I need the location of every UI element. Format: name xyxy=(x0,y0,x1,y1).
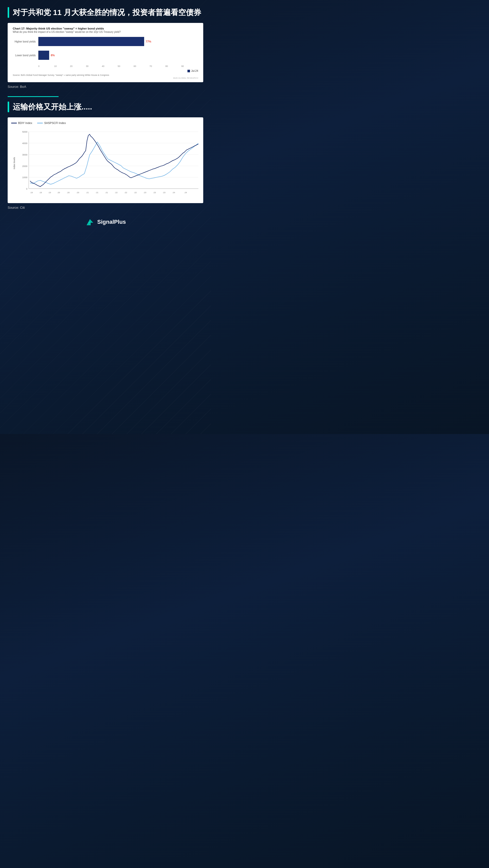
chart1-source: Source: BofA Global Fund Manager Survey.… xyxy=(13,74,198,76)
section1-title-block: 对于共和党 11 月大获全胜的情况，投资者普遍看空债券 xyxy=(8,7,203,18)
legend-bdiy-line xyxy=(11,123,17,123)
chart2-area: Index levels 5000 4000 3000 2000 1000 xyxy=(11,126,200,200)
svg-text:-24: -24 xyxy=(184,191,187,194)
shspscfi-line xyxy=(30,142,198,184)
bar-value-lower: 8% xyxy=(51,54,55,57)
svg-text:-23: -23 xyxy=(153,191,156,194)
axis-line xyxy=(38,37,38,46)
svg-text:-20: -20 xyxy=(77,191,79,194)
footer-brand-name: SignalPlus xyxy=(97,219,126,225)
x-tick-30: 30 xyxy=(86,65,102,67)
x-tick-50: 50 xyxy=(118,65,134,67)
svg-text:-22: -22 xyxy=(124,191,127,194)
legend-shsp-label: SHSPSCFI Index xyxy=(44,121,66,124)
svg-text:-19: -19 xyxy=(30,191,33,194)
x-tick-90: 90 xyxy=(181,65,197,67)
x-tick-60: 60 xyxy=(134,65,149,67)
chart2-legend: BDIY Index SHSPSCFI Index xyxy=(11,121,200,124)
bar-fill-lower xyxy=(38,51,49,60)
svg-text:5000: 5000 xyxy=(22,131,27,133)
bar-container-higher: 77% xyxy=(38,37,198,46)
chart1-title: Chart 17: Majority think US election "sw… xyxy=(13,27,198,30)
svg-text:-22: -22 xyxy=(115,191,117,194)
chart-card-1: Chart 17: Majority think US election "sw… xyxy=(8,23,203,82)
bar-row-lower: Lower bond yields 8% xyxy=(13,51,198,60)
chart2-svg-container: 5000 4000 3000 2000 1000 0 -19 -19 -19 -… xyxy=(18,126,200,200)
bar-label-lower: Lower bond yields xyxy=(13,54,38,57)
x-axis: 0 10 20 30 40 50 60 70 80 90 xyxy=(13,65,198,67)
svg-text:-20: -20 xyxy=(67,191,69,194)
svg-text:-21: -21 xyxy=(86,191,89,194)
bar-value-higher: 77% xyxy=(146,40,151,43)
signalplus-logo xyxy=(85,217,95,227)
legend-bdiy: BDIY Index xyxy=(11,121,32,124)
footer: SignalPlus xyxy=(8,217,203,227)
svg-text:-21: -21 xyxy=(95,191,98,194)
svg-text:-23: -23 xyxy=(143,191,146,194)
bar-container-lower: 8% xyxy=(38,51,198,60)
x-tick-70: 70 xyxy=(149,65,165,67)
section1-title: 对于共和党 11 月大获全胜的情况，投资者普遍看空债券 xyxy=(13,7,201,18)
axis-line-2 xyxy=(38,51,38,60)
svg-text:-23: -23 xyxy=(163,191,166,194)
title-accent-bar xyxy=(8,7,9,18)
y-axis-label-container: Index levels xyxy=(11,126,17,200)
svg-text:-20: -20 xyxy=(57,191,60,194)
svg-text:-19: -19 xyxy=(39,191,42,194)
section2-title-block: 运输价格又开始上涨..... xyxy=(8,101,203,112)
bar-label-higher: Higher bond yields xyxy=(13,40,38,43)
bdiy-line xyxy=(30,134,198,187)
legend-shsp: SHSPSCFI Index xyxy=(37,121,66,124)
teal-divider xyxy=(8,96,59,97)
svg-text:4000: 4000 xyxy=(22,142,27,145)
chart2-svg: 5000 4000 3000 2000 1000 0 -19 -19 -19 -… xyxy=(18,126,200,199)
legend-shsp-line xyxy=(37,123,43,123)
bar-row-higher: Higher bond yields 77% xyxy=(13,37,198,46)
svg-text:1000: 1000 xyxy=(22,176,27,179)
svg-text:2000: 2000 xyxy=(22,165,27,167)
legend-dot xyxy=(188,70,190,72)
svg-text:-21: -21 xyxy=(105,191,108,194)
svg-text:-22: -22 xyxy=(134,191,137,194)
x-tick-10: 10 xyxy=(54,65,70,67)
bar-fill-higher xyxy=(38,37,144,46)
x-tick-0: 0 xyxy=(38,65,54,67)
title-accent-bar-2 xyxy=(8,101,9,112)
x-tick-40: 40 xyxy=(102,65,118,67)
svg-text:-19: -19 xyxy=(48,191,51,194)
x-tick-20: 20 xyxy=(70,65,86,67)
svg-text:-24: -24 xyxy=(172,191,175,194)
chart1-branding: BofA GLOBAL RESEARCH xyxy=(13,77,198,79)
x-tick-80: 80 xyxy=(165,65,181,67)
svg-text:3000: 3000 xyxy=(22,154,27,156)
section2-title: 运输价格又开始上涨..... xyxy=(13,101,92,112)
chart1-legend: Jul-24 xyxy=(13,69,198,72)
page-container: 对于共和党 11 月大获全胜的情况，投资者普遍看空债券 Chart 17: Ma… xyxy=(0,0,211,237)
legend-bdiy-label: BDIY Index xyxy=(18,121,32,124)
source-caption-2: Source: Citi xyxy=(8,206,203,210)
chart-card-2: BDIY Index SHSPSCFI Index Index levels xyxy=(8,117,203,203)
svg-text:0: 0 xyxy=(26,188,28,190)
y-axis-label: Index levels xyxy=(13,157,16,169)
source-caption-1: Source: BoA xyxy=(8,85,203,89)
chart1-subtitle: What do you think the impact of a US ele… xyxy=(13,31,198,33)
legend-label: Jul-24 xyxy=(191,69,198,72)
